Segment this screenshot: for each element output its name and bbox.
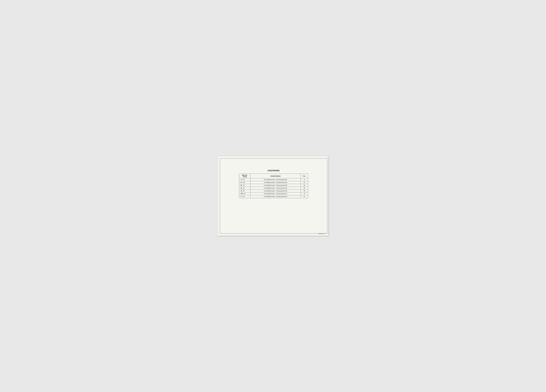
- cell-str: 55: [301, 190, 308, 193]
- cell-str: 23: [301, 184, 308, 187]
- table-row: АОВ СОСпецификация оборудования75: [239, 193, 308, 195]
- cell-oboznachenie: АОВ СО: [239, 193, 251, 195]
- page-title: СОДЕРЖАНИЕ: [268, 170, 280, 171]
- cell-oboznachenie: АР СО: [239, 181, 251, 184]
- cell-naimenovanie: Спецификация оборудования: [251, 184, 301, 187]
- cell-oboznachenie: ТХ СО: [239, 178, 251, 181]
- contents-table: Обозна-чение Наименование Стр. ТХ СОСпец…: [239, 174, 308, 198]
- header-naimenovanie: Наименование: [251, 174, 301, 178]
- cell-str: 21: [301, 181, 308, 184]
- cell-oboznachenie: ОВ СО: [239, 187, 251, 190]
- cell-str: 87: [301, 195, 308, 198]
- document-page: 1 СОДЕРЖАНИЕ Обозна-чение Наименование С…: [218, 156, 328, 236]
- cell-str: 36: [301, 187, 308, 190]
- cell-oboznachenie: ВК СО: [239, 184, 251, 187]
- cell-naimenovanie: Спецификация оборудования: [251, 181, 301, 184]
- cell-oboznachenie: СС СО: [239, 195, 251, 198]
- table-row: ВК СОСпецификация оборудования23: [239, 184, 308, 187]
- cell-oboznachenie: ЭМ СО: [239, 190, 251, 193]
- footer-label: 23962-03 3: [318, 233, 326, 234]
- table-row: АР СОСпецификация оборудования21: [239, 181, 308, 184]
- table-row: ЭМ СОСпецификация оборудования55: [239, 190, 308, 193]
- header-oboznachenie: Обозна-чение: [239, 174, 251, 178]
- header-str: Стр.: [301, 174, 308, 178]
- cell-str: 3: [301, 178, 308, 181]
- table-row: ТХ СОСпецификация оборудования3: [239, 178, 308, 181]
- cell-str: 75: [301, 193, 308, 195]
- cell-naimenovanie: Спецификация оборудования: [251, 195, 301, 198]
- page-content: СОДЕРЖАНИЕ Обозна-чение Наименование Стр…: [221, 160, 326, 232]
- table-row: СС СОСпецификация оборудования87: [239, 195, 308, 198]
- cell-naimenovanie: Спецификация оборудования: [251, 193, 301, 195]
- table-row: ОВ СОСпецификация оборудования36: [239, 187, 308, 190]
- cell-naimenovanie: Спецификация оборудования: [251, 178, 301, 181]
- corner-mark: 1: [327, 157, 328, 158]
- cell-naimenovanie: Спецификация оборудования: [251, 190, 301, 193]
- cell-naimenovanie: Спецификация оборудования: [251, 187, 301, 190]
